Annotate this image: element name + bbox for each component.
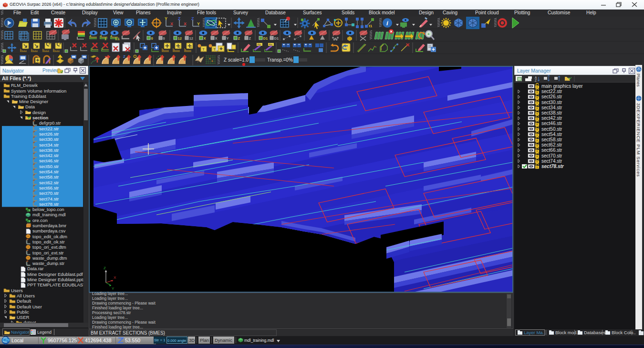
svg-text:Data: Data — [25, 104, 35, 109]
svg-text:sect74.str: sect74.str — [39, 196, 59, 201]
svg-text:topo_edit_ok.dtm: topo_edit_ok.dtm — [32, 234, 67, 239]
svg-text:1.1: 1.1 — [115, 37, 120, 41]
svg-text:sect70.str: sect70.str — [541, 153, 562, 158]
svg-text:sect50.str: sect50.str — [39, 164, 59, 169]
svg-text:sect26.str: sect26.str — [541, 94, 562, 99]
svg-text:topo_ori_ext.str: topo_ori_ext.str — [32, 250, 63, 255]
svg-text:Mine Designer: Mine Designer — [19, 99, 48, 104]
svg-text:Z: Z — [123, 54, 125, 59]
svg-text:sect78.str: sect78.str — [541, 164, 564, 169]
svg-text:Users: Users — [11, 288, 23, 293]
svg-text:Y: Y — [165, 17, 167, 21]
svg-text:X: X — [184, 21, 187, 26]
svg-text:0: 0 — [151, 36, 153, 41]
svg-text:sect42.str: sect42.str — [541, 116, 562, 121]
svg-text:X: X — [204, 36, 206, 41]
svg-text:sect26.str: sect26.str — [39, 131, 59, 137]
svg-text:waste_dump.dtm: waste_dump.dtm — [32, 255, 67, 261]
svg-text:c: c — [179, 46, 180, 49]
svg-text:defgrp0.str: defgrp0.str — [39, 120, 61, 126]
svg-text:L1: L1 — [6, 24, 9, 27]
svg-text:All Users: All Users — [17, 293, 35, 298]
svg-text:Abc: Abc — [269, 43, 273, 46]
svg-text:sect42.str: sect42.str — [39, 153, 59, 158]
svg-text:topo_edit_ok.str: topo_edit_ok.str — [32, 239, 65, 244]
svg-text:RLM_Deswik: RLM_Deswik — [11, 83, 38, 88]
svg-text:Mine Designer Edublast.pptx: Mine Designer Edublast.pptx — [27, 277, 85, 282]
svg-text:Z: Z — [104, 266, 106, 270]
svg-text:sect30.str: sect30.str — [39, 137, 59, 142]
svg-text:Z: Z — [178, 17, 181, 21]
svg-text:Z: Z — [249, 36, 251, 41]
svg-text:waste_dump.str: waste_dump.str — [32, 261, 64, 266]
svg-text:sect46.str: sect46.str — [541, 121, 562, 126]
svg-text:sect54.str: sect54.str — [39, 169, 59, 174]
svg-text:design: design — [32, 110, 46, 115]
svg-text:ore.con: ore.con — [32, 218, 48, 223]
svg-text:sect62.str: sect62.str — [39, 180, 59, 185]
svg-text:12: 12 — [178, 36, 182, 41]
svg-text:Public: Public — [17, 309, 29, 315]
svg-text:sect34.str: sect34.str — [541, 105, 562, 110]
svg-text:sect58.str: sect58.str — [39, 174, 59, 179]
svg-text:c: c — [190, 46, 192, 49]
svg-text:X: X — [170, 21, 173, 26]
svg-text:Y: Y — [197, 21, 200, 26]
svg-text:sect78.str: sect78.str — [39, 201, 59, 207]
svg-text:sect30.str: sect30.str — [541, 100, 562, 105]
svg-text:1: 1 — [104, 37, 106, 41]
svg-text:Z: Z — [535, 79, 537, 82]
svg-text:X: X — [215, 36, 218, 41]
svg-text:sect22.str: sect22.str — [39, 126, 59, 131]
svg-text:section: section — [32, 115, 48, 120]
svg-text:D1: D1 — [263, 36, 268, 41]
svg-text:sect22.str: sect22.str — [541, 89, 562, 94]
svg-text:Z: Z — [191, 17, 194, 21]
svg-text:USER: USER — [17, 315, 30, 320]
svg-text:i: i — [386, 20, 388, 27]
svg-text:D1: D1 — [274, 36, 279, 41]
svg-text:Y: Y — [227, 36, 229, 41]
svg-text:below_topo.con: below_topo.con — [32, 207, 64, 212]
svg-text:X: X — [114, 275, 116, 280]
svg-text:PPT TEMPLATE EDUBLAST_2026.p: PPT TEMPLATE EDUBLAST_2026.p — [27, 282, 88, 287]
svg-text:sect74.str: sect74.str — [541, 158, 562, 164]
svg-text:sect58.str: sect58.str — [541, 137, 562, 142]
svg-text:0: 0 — [163, 36, 165, 41]
svg-text:sect62.str: sect62.str — [541, 142, 562, 148]
svg-text:topo_ori_ext.dtm: topo_ori_ext.dtm — [32, 244, 66, 250]
svg-text:sect34.str: sect34.str — [39, 142, 59, 148]
svg-text:+: + — [427, 32, 430, 36]
svg-text:T: T — [202, 47, 205, 52]
svg-text:sect66.str: sect66.str — [39, 185, 59, 190]
svg-text:t1: t1 — [369, 24, 373, 28]
svg-text:Default: Default — [17, 298, 31, 304]
svg-text:Data.rar: Data.rar — [27, 266, 43, 271]
svg-text:Default User: Default User — [17, 304, 42, 309]
svg-text:Y: Y — [112, 286, 114, 291]
svg-text:sect38.str: sect38.str — [541, 110, 562, 116]
svg-text:12: 12 — [189, 36, 193, 41]
svg-text:Z scale=1.0: Z scale=1.0 — [224, 57, 249, 63]
svg-text:Abc: Abc — [257, 43, 261, 46]
svg-text:sect66.str: sect66.str — [541, 148, 562, 153]
svg-text:main graphics layer: main graphics layer — [541, 84, 583, 89]
svg-text:T: T — [213, 47, 216, 52]
svg-text:System Volume Information: System Volume Information — [11, 88, 66, 94]
svg-text:sumberdaya.bmr: sumberdaya.bmr — [32, 223, 66, 228]
svg-text:mdl_training.mdl: mdl_training.mdl — [32, 212, 66, 217]
svg-text:Transp.=0%: Transp.=0% — [267, 57, 293, 63]
svg-text:Mine Designer Edublast.pdf: Mine Designer Edublast.pdf — [27, 272, 83, 277]
svg-text:Training Edublast: Training Edublast — [11, 94, 46, 99]
svg-text:sumberdaya.csv: sumberdaya.csv — [32, 228, 65, 233]
svg-text:Z: Z — [238, 36, 240, 41]
svg-text:sect46.str: sect46.str — [39, 158, 59, 163]
svg-text:sect38.str: sect38.str — [39, 148, 59, 153]
svg-text:sect70.str: sect70.str — [39, 190, 59, 196]
svg-text:sect50.str: sect50.str — [541, 127, 562, 132]
svg-text:sect54.str: sect54.str — [541, 132, 562, 137]
